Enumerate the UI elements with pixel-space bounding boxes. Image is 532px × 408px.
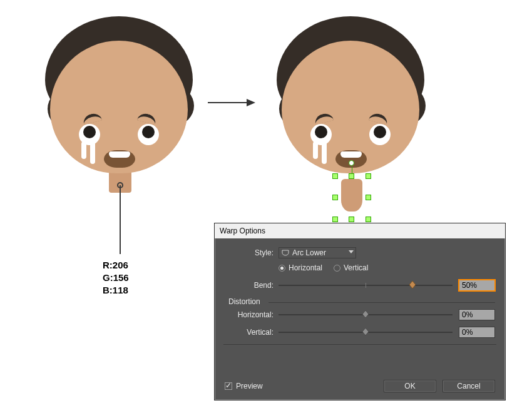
- resize-handle[interactable]: [332, 217, 338, 222]
- style-dropdown[interactable]: Arc Lower: [279, 247, 356, 258]
- resize-handle[interactable]: [349, 173, 354, 179]
- distortion-horizontal-value: 0%: [462, 310, 473, 319]
- eye: [369, 124, 391, 145]
- divider: [269, 302, 495, 303]
- orientation-vertical-radio[interactable]: Vertical: [334, 263, 368, 272]
- style-label: Style:: [225, 248, 274, 257]
- radio-label: Horizontal: [289, 263, 322, 272]
- ok-button[interactable]: OK: [384, 380, 436, 392]
- distortion-vertical-value-input[interactable]: 0%: [459, 327, 495, 338]
- radio-label: Vertical: [344, 263, 368, 272]
- pupil: [315, 126, 327, 138]
- tear: [81, 141, 86, 159]
- distortion-horizontal-value-input[interactable]: 0%: [459, 309, 495, 320]
- checkbox-icon: [225, 382, 232, 390]
- preview-label: Preview: [236, 382, 263, 390]
- resize-handle[interactable]: [332, 195, 338, 200]
- tear: [90, 141, 95, 164]
- bend-label: Bend:: [225, 281, 274, 290]
- orientation-horizontal-radio[interactable]: Horizontal: [279, 263, 322, 272]
- chevron-down-icon: [349, 250, 354, 253]
- dialog-titlebar[interactable]: Warp Options: [215, 223, 505, 238]
- distortion-vertical-slider[interactable]: [279, 328, 453, 337]
- example-face-left: [44, 13, 194, 200]
- resize-handle[interactable]: [366, 173, 371, 179]
- pupil: [83, 126, 96, 138]
- svg-marker-1: [247, 99, 255, 106]
- selection-bounding-box[interactable]: [335, 176, 368, 219]
- pupil: [142, 126, 155, 138]
- resize-handle[interactable]: [366, 217, 371, 222]
- mouth: [104, 150, 135, 168]
- tear: [322, 141, 327, 164]
- divider: [223, 344, 496, 345]
- style-dropdown-value: Arc Lower: [292, 248, 326, 257]
- example-face-right: [275, 13, 426, 200]
- distortion-section-label: Distortion: [228, 297, 495, 306]
- svg-marker-2: [409, 281, 416, 288]
- rgb-r: R:206: [103, 259, 129, 272]
- teeth: [109, 151, 130, 158]
- slider-thumb-icon: [362, 310, 369, 318]
- cancel-button-label: Cancel: [457, 382, 480, 390]
- arrow-icon: [207, 98, 257, 108]
- eye: [138, 124, 159, 145]
- warp-options-dialog: Warp Options Style: Arc Lower Horizontal: [214, 223, 506, 400]
- bend-value-input[interactable]: 50%: [459, 280, 495, 291]
- bend-value: 50%: [462, 281, 477, 290]
- svg-marker-4: [362, 328, 369, 335]
- resize-handle[interactable]: [349, 217, 354, 222]
- distortion-vertical-value: 0%: [462, 328, 473, 337]
- teeth: [340, 151, 362, 158]
- arc-lower-icon: [282, 249, 289, 257]
- bend-slider[interactable]: [279, 281, 453, 290]
- radio-icon: [279, 265, 285, 272]
- dialog-title: Warp Options: [220, 227, 265, 235]
- tear: [313, 141, 318, 159]
- rgb-b: B:118: [103, 284, 129, 297]
- callout-line: [120, 185, 121, 254]
- distortion-horizontal-label: Horizontal:: [225, 310, 274, 319]
- slider-thumb-icon: [409, 281, 416, 288]
- pupil: [374, 126, 386, 138]
- resize-handle[interactable]: [366, 195, 371, 200]
- svg-marker-3: [362, 310, 369, 318]
- rotate-handle[interactable]: [349, 160, 354, 166]
- rgb-g: G:156: [103, 272, 129, 284]
- rgb-readout: R:206 G:156 B:118: [103, 259, 129, 297]
- cancel-button[interactable]: Cancel: [442, 380, 495, 392]
- preview-checkbox[interactable]: Preview: [225, 382, 263, 390]
- distortion-horizontal-slider[interactable]: [279, 310, 453, 319]
- distortion-vertical-label: Vertical:: [225, 328, 274, 337]
- radio-icon: [334, 265, 340, 272]
- resize-handle[interactable]: [332, 173, 338, 179]
- slider-thumb-icon: [362, 328, 369, 335]
- ok-button-label: OK: [404, 382, 415, 390]
